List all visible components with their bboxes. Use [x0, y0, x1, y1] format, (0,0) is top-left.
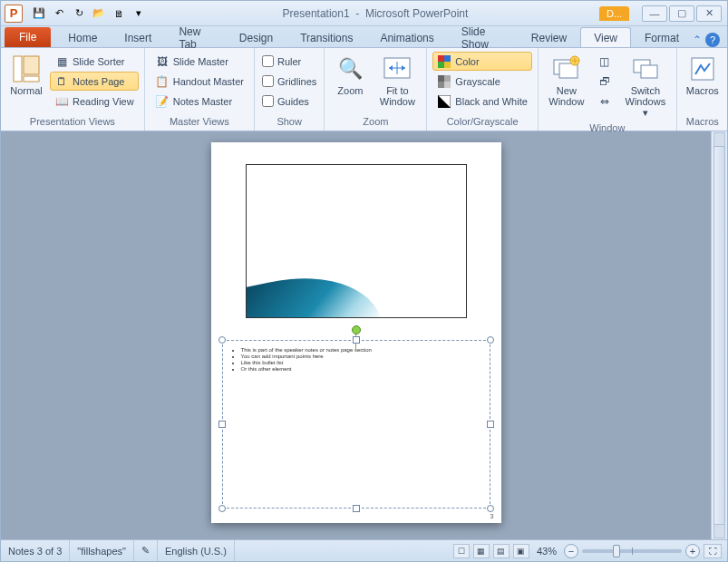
quick-print-icon[interactable]: 🗎 — [110, 5, 128, 23]
fit-to-window-icon — [383, 54, 412, 83]
color-button[interactable]: Color — [432, 52, 531, 71]
switch-windows-button[interactable]: Switch Windows ▾ — [620, 52, 671, 121]
svg-rect-17 — [641, 65, 657, 78]
notes-page-button[interactable]: 🗒 Notes Page — [50, 72, 139, 91]
handout-master-button[interactable]: 📋 Handout Master — [150, 72, 248, 91]
group-presentation-views: Normal ▦ Slide Sorter 🗒 Notes Page 📖 Rea… — [1, 48, 145, 131]
tab-new-tab[interactable]: New Tab — [165, 27, 225, 47]
grayscale-label: Grayscale — [455, 76, 500, 87]
maximize-button[interactable]: ▢ — [669, 5, 694, 22]
normal-view-shortcut[interactable]: ☐ — [453, 544, 470, 558]
slide-master-button[interactable]: 🖼 Slide Master — [150, 52, 248, 71]
help-icon[interactable]: ? — [705, 33, 720, 47]
redo-icon[interactable]: ↻ — [70, 5, 88, 23]
normal-view-button[interactable]: Normal — [6, 52, 46, 114]
zoom-button[interactable]: 🔍 Zoom — [330, 52, 370, 114]
zoom-percent[interactable]: 43% — [537, 546, 557, 557]
group-label-zoom: Zoom — [330, 114, 421, 127]
cascade-button[interactable]: 🗗 — [593, 72, 616, 91]
svg-rect-1 — [24, 56, 39, 74]
window: P 💾 ↶ ↻ 📂 🗎 ▾ Presentation1 - Microsoft … — [0, 0, 728, 562]
slide-thumbnail[interactable] — [246, 164, 467, 318]
gridlines-label: Gridlines — [277, 76, 316, 87]
tab-format[interactable]: Format — [631, 27, 693, 47]
svg-rect-2 — [24, 76, 39, 82]
cascade-icon: 🗗 — [597, 74, 612, 89]
contextual-tool-tab[interactable]: D... — [599, 6, 629, 21]
vertical-scrollbar[interactable] — [711, 131, 727, 539]
zoom-label: Zoom — [337, 85, 363, 96]
tab-transitions[interactable]: Transitions — [286, 27, 366, 47]
save-icon[interactable]: 💾 — [30, 5, 48, 23]
canvas[interactable]: This is part of the speaker notes or not… — [1, 131, 711, 539]
tab-animations[interactable]: Animations — [366, 27, 447, 47]
grayscale-button[interactable]: Grayscale — [432, 72, 531, 91]
group-master-views: 🖼 Slide Master 📋 Handout Master 📝 Notes … — [145, 48, 255, 131]
group-window: New Window ◫ 🗗 ⇔ Switch Windows ▾ Window — [539, 48, 677, 131]
new-window-button[interactable]: New Window — [544, 52, 589, 121]
fit-to-window-label: Fit to Window — [380, 85, 415, 107]
ruler-checkbox[interactable]: Ruler — [260, 52, 318, 71]
black-white-button[interactable]: Black and White — [432, 92, 531, 111]
color-icon — [437, 54, 451, 69]
slide-sorter-button[interactable]: ▦ Slide Sorter — [50, 52, 139, 71]
tab-slide-show[interactable]: Slide Show — [448, 27, 518, 47]
fit-to-window-shortcut[interactable]: ⛶ — [704, 544, 722, 558]
guides-checkbox[interactable]: Guides — [260, 92, 318, 111]
slide-graphic — [246, 258, 383, 318]
minimize-ribbon-icon[interactable]: ⌃ — [693, 34, 702, 46]
handout-master-icon: 📋 — [155, 74, 170, 89]
group-show: Ruler Gridlines Guides Show — [255, 48, 325, 131]
tab-design[interactable]: Design — [226, 27, 286, 47]
zoom-slider[interactable] — [582, 549, 682, 553]
svg-rect-0 — [14, 56, 22, 82]
qat-customize-icon[interactable]: ▾ — [130, 5, 148, 23]
tab-insert[interactable]: Insert — [111, 27, 165, 47]
fit-to-window-button[interactable]: Fit to Window — [374, 52, 421, 114]
status-language[interactable]: English (U.S.) — [158, 540, 235, 561]
status-spellcheck[interactable]: ✎ — [134, 540, 158, 561]
move-split-button[interactable]: ⇔ — [593, 92, 616, 111]
tab-view[interactable]: View — [580, 27, 631, 47]
reading-view-label: Reading View — [73, 96, 134, 107]
minimize-button[interactable]: — — [642, 5, 667, 22]
notes-master-button[interactable]: 📝 Notes Master — [150, 92, 248, 111]
group-label-show: Show — [260, 114, 318, 127]
close-button[interactable]: ✕ — [696, 5, 722, 22]
slide-master-label: Slide Master — [173, 56, 228, 67]
slideshow-shortcut[interactable]: ▣ — [513, 544, 529, 558]
macros-button[interactable]: Macros — [683, 52, 723, 114]
sorter-view-shortcut[interactable]: ▦ — [473, 544, 490, 558]
notes-page[interactable]: This is part of the speaker notes or not… — [211, 142, 501, 523]
tab-home[interactable]: Home — [54, 27, 111, 47]
switch-windows-icon — [631, 54, 660, 83]
zoom-out-button[interactable]: − — [564, 544, 578, 558]
status-theme[interactable]: "fillshapes" — [70, 540, 134, 561]
slide-master-icon: 🖼 — [155, 54, 170, 69]
new-window-icon — [552, 54, 581, 83]
normal-view-icon — [12, 54, 41, 83]
svg-rect-9 — [444, 75, 451, 82]
gridlines-checkbox[interactable]: Gridlines — [260, 72, 318, 91]
reading-view-shortcut[interactable]: ▤ — [493, 544, 510, 558]
svg-rect-7 — [444, 62, 451, 68]
window-buttons: — ▢ ✕ — [636, 5, 727, 22]
guides-label: Guides — [277, 96, 309, 107]
tab-review[interactable]: Review — [518, 27, 580, 47]
arrange-all-button[interactable]: ◫ — [593, 52, 616, 71]
notes-bullet: Like this bullet list — [241, 360, 480, 365]
zoom-in-button[interactable]: + — [685, 544, 700, 558]
notes-text-placeholder[interactable]: This is part of the speaker notes or not… — [222, 340, 490, 509]
macros-label: Macros — [686, 85, 719, 96]
notes-bullet: Or this other element — [241, 366, 480, 372]
notes-master-icon: 📝 — [155, 94, 170, 109]
open-file-icon[interactable]: 📂 — [90, 5, 108, 23]
undo-icon[interactable]: ↶ — [50, 5, 68, 23]
status-slide-counter[interactable]: Notes 3 of 3 — [1, 540, 70, 561]
svg-rect-5 — [444, 55, 451, 62]
file-tab[interactable]: File — [5, 27, 51, 47]
title-bar: P 💾 ↶ ↻ 📂 🗎 ▾ Presentation1 - Microsoft … — [1, 1, 727, 26]
notes-text[interactable]: This is part of the speaker notes or not… — [223, 341, 490, 378]
ribbon-tabs: File Home Insert New Tab Design Transiti… — [1, 26, 727, 48]
reading-view-button[interactable]: 📖 Reading View — [50, 92, 139, 111]
